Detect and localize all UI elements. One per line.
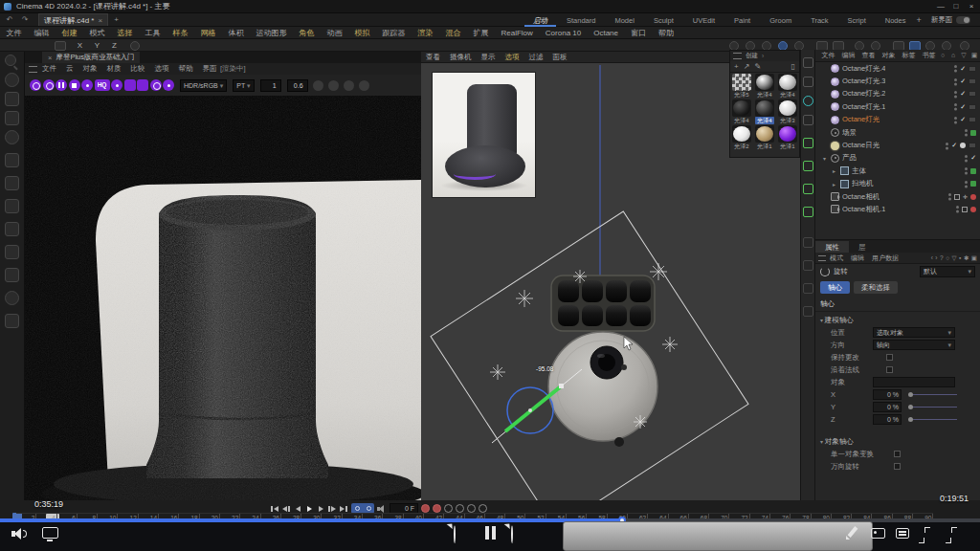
record-pla-button[interactable]	[479, 504, 487, 513]
menu-item[interactable]: 角色	[293, 28, 321, 38]
help-icon[interactable]	[940, 254, 944, 262]
axis-lock-x[interactable]: X	[75, 40, 85, 51]
axis-lock-y[interactable]: Y	[92, 40, 102, 51]
single-transform-checkbox[interactable]	[894, 451, 901, 457]
kernel-select[interactable]: PT	[233, 79, 254, 92]
redo-icon[interactable]	[19, 15, 31, 25]
viewport-menu-item[interactable]: 过滤	[524, 53, 548, 62]
menu-item[interactable]: 选择	[111, 28, 139, 38]
cube-icon[interactable]	[803, 138, 813, 148]
home-icon[interactable]	[949, 52, 957, 59]
menu-item[interactable]: 帮助	[653, 28, 680, 38]
object-row[interactable]: 场景	[815, 126, 980, 139]
material-swatch[interactable]: 光泽4	[730, 99, 753, 124]
samples-field[interactable]: 1	[260, 79, 281, 92]
object-menu-item[interactable]: 标签	[899, 51, 919, 60]
visibility-dots[interactable]	[954, 91, 957, 94]
composition-tag[interactable]	[962, 207, 968, 212]
close-icon[interactable]	[48, 54, 52, 62]
visibility-dots[interactable]	[954, 65, 957, 68]
workspace-tab[interactable]: Nodes	[877, 14, 915, 27]
light-icon[interactable]	[803, 283, 813, 294]
undo-icon[interactable]	[4, 15, 15, 25]
material-swatch[interactable]: 光泽1	[753, 124, 776, 150]
viewport-menu-item[interactable]: 显示	[477, 53, 501, 62]
menu-item[interactable]: 样条	[167, 28, 194, 38]
material-swatch[interactable]: 光泽2	[730, 124, 753, 150]
object-row[interactable]: ▾产品	[815, 152, 980, 165]
visibility-dots[interactable]	[954, 78, 957, 81]
search-icon[interactable]	[5, 55, 16, 66]
workspace-tab[interactable]: Sculpt	[645, 14, 682, 27]
object-row[interactable]: ▸主体	[815, 165, 980, 177]
object-menu-item[interactable]: 对象	[879, 51, 899, 60]
display-tag[interactable]	[970, 168, 976, 174]
menu-item[interactable]: 体积	[222, 28, 250, 38]
visibility-dots[interactable]	[954, 117, 957, 120]
material-swatch[interactable]: 光泽5	[730, 73, 753, 99]
octane-menu-item[interactable]: 云	[61, 64, 78, 74]
hamburger-icon[interactable]	[733, 53, 742, 59]
subsample-icon[interactable]	[344, 80, 354, 91]
delete-material-icon[interactable]	[791, 62, 795, 72]
visibility-dots[interactable]	[965, 155, 968, 158]
material-tag[interactable]	[969, 91, 976, 97]
colorspace-select[interactable]: HDR/sRGB	[180, 79, 227, 92]
enabled-check-icon[interactable]	[960, 77, 966, 85]
visibility-dots[interactable]	[965, 167, 968, 170]
camera-target-icon[interactable]	[803, 260, 813, 271]
material-tag[interactable]	[969, 104, 976, 110]
pen-icon[interactable]	[803, 306, 813, 317]
visibility-dots[interactable]	[965, 181, 968, 184]
menu-item[interactable]: 渲染	[412, 28, 439, 38]
close-button[interactable]	[965, 1, 978, 11]
sun-tag[interactable]	[960, 143, 966, 148]
scale-tool-icon[interactable]	[5, 111, 19, 125]
object-row[interactable]: Octane日光	[815, 139, 980, 151]
material-picker-icon[interactable]	[163, 79, 174, 91]
menu-item[interactable]: 窗口	[625, 28, 653, 38]
axis-x-value[interactable]: 0 %	[873, 389, 902, 400]
denoise-icon[interactable]	[359, 80, 369, 91]
workspace-tab[interactable]: Model	[606, 14, 642, 27]
back-icon[interactable]	[931, 254, 933, 262]
spline-pen-icon[interactable]	[803, 57, 813, 68]
enabled-check-icon[interactable]	[960, 90, 966, 98]
play-button[interactable]	[305, 504, 314, 513]
goto-start-button[interactable]	[271, 504, 279, 513]
axis-z-slider[interactable]	[909, 419, 957, 420]
hamburger-icon[interactable]	[818, 255, 826, 261]
model-mode-icon[interactable]	[5, 176, 19, 190]
gimbal-checkbox[interactable]	[894, 463, 901, 470]
viewport-solo-icon[interactable]	[5, 314, 19, 328]
forward-icon[interactable]	[935, 254, 937, 262]
along-normals-checkbox[interactable]	[886, 366, 893, 373]
axis-y-value[interactable]: 0 %	[873, 402, 902, 412]
workspace-tab[interactable]: Track	[802, 14, 836, 27]
enabled-check-icon[interactable]	[960, 103, 966, 111]
axis-x-slider[interactable]	[909, 394, 957, 395]
object-row-selected[interactable]: Octane灯光	[815, 114, 980, 126]
minimize-button[interactable]	[934, 1, 947, 11]
material-tag[interactable]	[969, 143, 976, 148]
danmaku-settings-icon[interactable]	[896, 528, 909, 539]
prev-frame-button[interactable]	[294, 504, 302, 513]
coordinates-icon[interactable]	[55, 41, 66, 51]
visibility-dots[interactable]	[948, 193, 951, 196]
group-modeling-axis[interactable]: 建模轴心	[815, 312, 980, 326]
target-tag[interactable]	[963, 193, 968, 200]
enabled-check-icon[interactable]	[960, 65, 966, 73]
menu-item[interactable]: Octane	[588, 29, 625, 37]
filter-icon[interactable]	[960, 52, 968, 59]
menu-item[interactable]: 模拟	[348, 28, 376, 38]
enabled-check-icon[interactable]	[951, 142, 957, 149]
octane-render-canvas[interactable]	[25, 96, 421, 500]
chevron-right-icon[interactable]	[762, 53, 764, 59]
record-position-button[interactable]	[433, 504, 441, 513]
add-workspace-button[interactable]	[916, 15, 921, 25]
octane-camera-tag[interactable]	[970, 194, 976, 200]
live-selection-icon[interactable]	[5, 73, 19, 87]
add-material-icon[interactable]	[734, 62, 739, 72]
object-row[interactable]: Octane相机	[815, 190, 980, 203]
tab-attributes[interactable]: 属性	[815, 241, 849, 253]
